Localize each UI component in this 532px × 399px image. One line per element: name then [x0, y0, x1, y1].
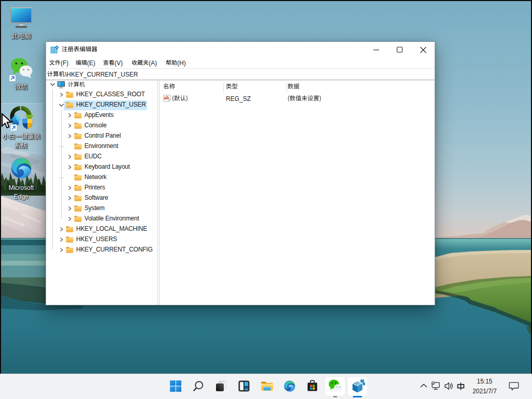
svg-text:ab: ab: [164, 95, 169, 100]
